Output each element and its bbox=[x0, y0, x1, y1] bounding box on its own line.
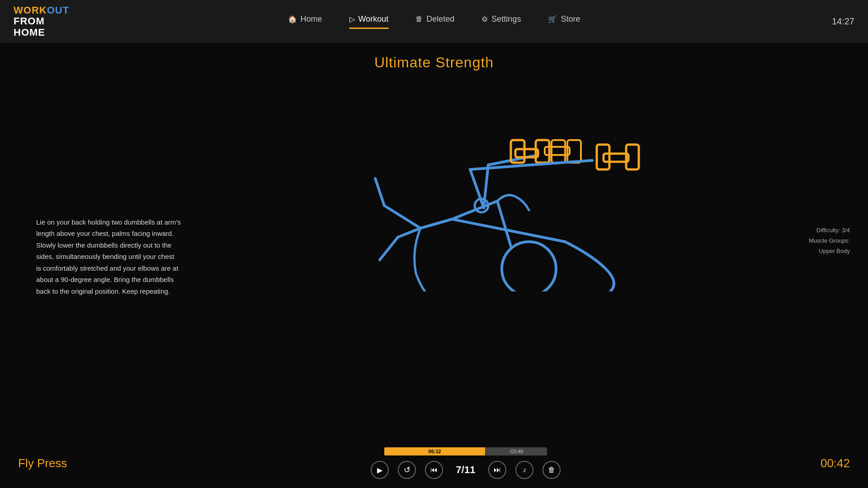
delete-exercise-button[interactable]: 🗑 bbox=[542, 461, 561, 479]
replay-icon: ↺ bbox=[404, 465, 410, 475]
prev-icon: ⏮ bbox=[430, 466, 438, 474]
deleted-icon: 🗑 bbox=[415, 15, 423, 23]
muscle-groups-label: Muscle Groups: bbox=[809, 235, 850, 246]
music-button[interactable]: ♪ bbox=[515, 461, 533, 479]
store-icon: 🛒 bbox=[548, 15, 557, 23]
svg-rect-14 bbox=[552, 140, 565, 163]
svg-point-7 bbox=[502, 242, 556, 291]
exercise-description: Lie on your back holding two dumbbells a… bbox=[36, 216, 181, 297]
meta-info: Difficulty: 3/4 Muscle Groups: Upper Bod… bbox=[809, 225, 850, 256]
prev-button[interactable]: ⏮ bbox=[425, 461, 443, 479]
main-content: Ultimate Strength Lie on your back holdi… bbox=[0, 43, 868, 438]
exercise-timer: 00:42 bbox=[787, 456, 850, 470]
svg-line-1 bbox=[420, 219, 452, 228]
remaining-time: -03:48 bbox=[509, 449, 523, 454]
next-button[interactable]: ⏭ bbox=[488, 461, 506, 479]
progress-filled: 06:12 bbox=[384, 447, 485, 455]
timer-value: 00:42 bbox=[821, 456, 850, 470]
nav-store-label: Store bbox=[561, 14, 580, 24]
nav-store[interactable]: 🛒 Store bbox=[548, 14, 580, 29]
nav-settings[interactable]: ⚙ Settings bbox=[481, 14, 521, 29]
logo-work: WORK bbox=[14, 5, 47, 16]
progress-bar[interactable]: 06:12 -03:48 bbox=[384, 447, 547, 455]
nav-home-label: Home bbox=[301, 14, 322, 24]
home-icon: 🏠 bbox=[288, 15, 297, 23]
delete-icon: 🗑 bbox=[548, 466, 555, 474]
nav-settings-label: Settings bbox=[491, 14, 521, 24]
playback-controls: ▶ ↺ ⏮ 7/11 ⏭ ♪ 🗑 bbox=[371, 461, 561, 479]
exercise-counter: 7/11 bbox=[452, 464, 479, 476]
replay-button[interactable]: ↺ bbox=[398, 461, 416, 479]
bottom-controls: Fly Press 06:12 -03:48 ▶ ↺ ⏮ 7/11 ⏭ bbox=[0, 438, 868, 488]
logo-out: OUT bbox=[47, 5, 69, 16]
muscle-groups-value: Upper Body bbox=[809, 246, 850, 256]
svg-rect-20 bbox=[604, 154, 628, 162]
exercise-name: Fly Press bbox=[18, 456, 145, 470]
clock-display: 14:27 bbox=[832, 16, 854, 27]
nav-workout-label: Workout bbox=[359, 14, 389, 24]
nav-home[interactable]: 🏠 Home bbox=[288, 14, 322, 29]
nav-workout[interactable]: ▷ Workout bbox=[349, 14, 389, 29]
player-controls: 06:12 -03:48 ▶ ↺ ⏮ 7/11 ⏭ ♪ � bbox=[371, 447, 561, 479]
workout-title: Ultimate Strength bbox=[374, 54, 494, 71]
header: WORKOUT FROM HOME 🏠 Home ▷ Workout 🗑 Del… bbox=[0, 0, 868, 43]
svg-line-8 bbox=[497, 201, 511, 246]
current-time: 06:12 bbox=[429, 449, 441, 454]
play-button[interactable]: ▶ bbox=[371, 461, 389, 479]
next-icon: ⏭ bbox=[494, 466, 501, 474]
app-logo[interactable]: WORKOUT FROM HOME bbox=[14, 5, 69, 38]
exercise-illustration bbox=[339, 75, 656, 300]
workout-icon: ▷ bbox=[349, 15, 355, 23]
progress-remaining: -03:48 bbox=[485, 447, 547, 455]
svg-line-3 bbox=[375, 178, 384, 206]
difficulty-label: Difficulty: 3/4 bbox=[809, 225, 850, 235]
main-nav: 🏠 Home ▷ Workout 🗑 Deleted ⚙ Settings 🛒 … bbox=[288, 14, 580, 29]
nav-deleted-label: Deleted bbox=[426, 14, 454, 24]
nav-deleted[interactable]: 🗑 Deleted bbox=[415, 14, 454, 29]
music-icon: ♪ bbox=[523, 466, 526, 474]
svg-line-2 bbox=[384, 206, 420, 228]
play-icon: ▶ bbox=[377, 466, 382, 474]
settings-icon: ⚙ bbox=[481, 15, 488, 23]
logo-from: FROM bbox=[14, 16, 69, 27]
svg-line-5 bbox=[380, 237, 398, 260]
illustration-svg bbox=[339, 75, 656, 291]
logo-home: HOME bbox=[14, 27, 69, 38]
